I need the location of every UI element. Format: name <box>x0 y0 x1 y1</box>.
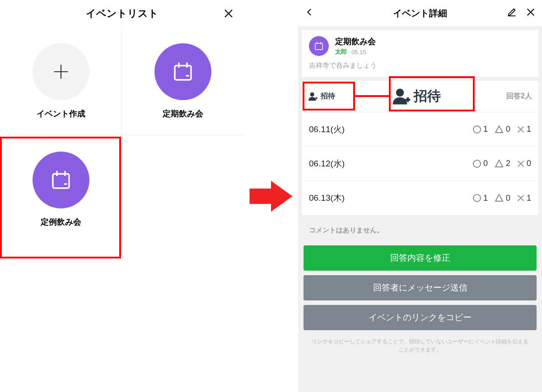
arrow-right-icon <box>249 179 293 213</box>
copy-link-button[interactable]: イベントのリンクをコピー <box>304 305 537 330</box>
person-add-icon <box>392 87 411 106</box>
pencil-icon <box>507 7 517 17</box>
date-row[interactable]: 06.13(木) 1 0 1 <box>302 181 538 215</box>
svg-rect-3 <box>315 43 322 50</box>
date-row[interactable]: 06.11(火) 1 0 1 <box>302 112 538 147</box>
event-name: 定期飲み会 <box>335 36 376 47</box>
plus-icon <box>51 62 71 82</box>
create-event-cell[interactable]: イベント作成 <box>0 27 122 135</box>
event-posted-date: 05.15 <box>351 49 366 55</box>
event-icon-circle <box>154 43 211 100</box>
highlight-connector <box>355 95 389 97</box>
event-detail-title: イベント詳細 <box>298 7 542 19</box>
vote-maybe: 2 <box>494 159 510 168</box>
event-cell-1[interactable]: 定期飲み会 <box>122 27 244 135</box>
svg-marker-2 <box>250 180 293 211</box>
copy-link-label: イベントのリンクをコピー <box>369 312 472 323</box>
calendar-icon <box>171 60 195 84</box>
svg-rect-1 <box>53 174 69 189</box>
event-author: 太郎 <box>335 48 347 56</box>
event-icon-circle <box>33 152 89 208</box>
edit-answer-button[interactable]: 回答内容を修正 <box>304 245 537 271</box>
vote-maybe-count: 0 <box>506 194 510 203</box>
create-event-circle <box>33 43 89 100</box>
svg-point-5 <box>396 88 404 97</box>
x-icon <box>517 194 525 202</box>
circle-icon <box>472 194 481 203</box>
event-list-screen: イベントリスト イベント作成 <box>0 0 244 392</box>
triangle-icon <box>494 159 504 168</box>
transition-gap <box>244 0 298 392</box>
person-add-icon <box>308 92 318 101</box>
close-icon <box>223 8 234 19</box>
svg-point-7 <box>473 160 481 167</box>
vote-maybe: 0 <box>494 194 510 203</box>
event-detail-screen: イベント詳細 <box>298 0 542 392</box>
circle-icon <box>472 125 481 134</box>
date-label: 06.12(水) <box>309 158 345 170</box>
svg-point-6 <box>473 126 481 133</box>
vote-maybe-count: 2 <box>506 159 510 168</box>
close-button[interactable] <box>526 7 536 19</box>
close-icon <box>526 7 536 17</box>
event-cell-2[interactable]: 定例飲み会 <box>0 135 122 244</box>
event-list-title: イベントリスト <box>86 7 159 20</box>
vote-no-count: 0 <box>527 159 531 168</box>
invite-button-small[interactable]: 招待 <box>302 92 335 101</box>
vote-maybe-count: 0 <box>506 125 510 134</box>
svg-rect-0 <box>175 66 191 80</box>
vote-yes: 0 <box>472 159 488 168</box>
vote-maybe: 0 <box>494 125 510 134</box>
vote-yes-count: 1 <box>483 194 488 203</box>
vote-no-count: 1 <box>527 125 531 134</box>
vote-no: 0 <box>517 159 531 168</box>
invite-row: 招待 招待 回答2人 <box>302 81 538 112</box>
x-icon <box>517 125 525 134</box>
event-info-card: 定期飲み会 太郎 05.15 吉祥寺で呑みましょう <box>302 30 538 77</box>
event-detail-header: イベント詳細 <box>298 0 542 26</box>
copy-link-hint: リンクをコピーしてシェアすることで、招待していないユーザーにイベント詳細を伝える… <box>302 334 538 357</box>
event-cell-label: 定例飲み会 <box>41 217 81 227</box>
vote-yes-count: 1 <box>483 125 488 134</box>
event-cell-label: 定期飲み会 <box>163 108 203 119</box>
triangle-icon <box>494 194 504 203</box>
date-label: 06.11(火) <box>309 124 345 135</box>
date-row[interactable]: 06.12(水) 0 2 0 <box>302 147 538 181</box>
svg-point-8 <box>473 194 481 202</box>
edit-answer-label: 回答内容を修正 <box>390 252 450 264</box>
dates-card: 招待 招待 回答2人 <box>302 81 538 215</box>
event-description: 吉祥寺で呑みましょう <box>309 61 531 70</box>
vote-yes: 1 <box>472 125 488 134</box>
calendar-icon <box>313 41 324 51</box>
answers-count[interactable]: 回答2人 <box>506 92 538 101</box>
invite-label-small: 招待 <box>321 92 335 101</box>
invite-label-big: 招待 <box>414 87 441 106</box>
calendar-icon <box>49 168 73 192</box>
invite-button-big[interactable]: 招待 <box>392 87 441 106</box>
create-event-label: イベント作成 <box>37 108 85 119</box>
close-button[interactable] <box>223 8 234 19</box>
svg-point-4 <box>310 92 314 96</box>
send-message-button[interactable]: 回答者にメッセージ送信 <box>304 275 537 300</box>
vote-no: 1 <box>517 194 531 203</box>
event-icon-circle <box>309 36 329 56</box>
no-comments-label: コメントはありません。 <box>302 219 538 242</box>
x-icon <box>517 160 525 168</box>
vote-no: 1 <box>517 125 531 134</box>
vote-yes: 1 <box>472 194 488 203</box>
vote-yes-count: 0 <box>483 159 488 168</box>
edit-button[interactable] <box>507 7 517 19</box>
triangle-icon <box>494 125 504 134</box>
send-message-label: 回答者にメッセージ送信 <box>373 282 467 294</box>
circle-icon <box>472 159 481 168</box>
vote-no-count: 1 <box>527 194 531 203</box>
date-label: 06.13(木) <box>309 192 345 204</box>
event-list-header: イベントリスト <box>0 0 244 27</box>
